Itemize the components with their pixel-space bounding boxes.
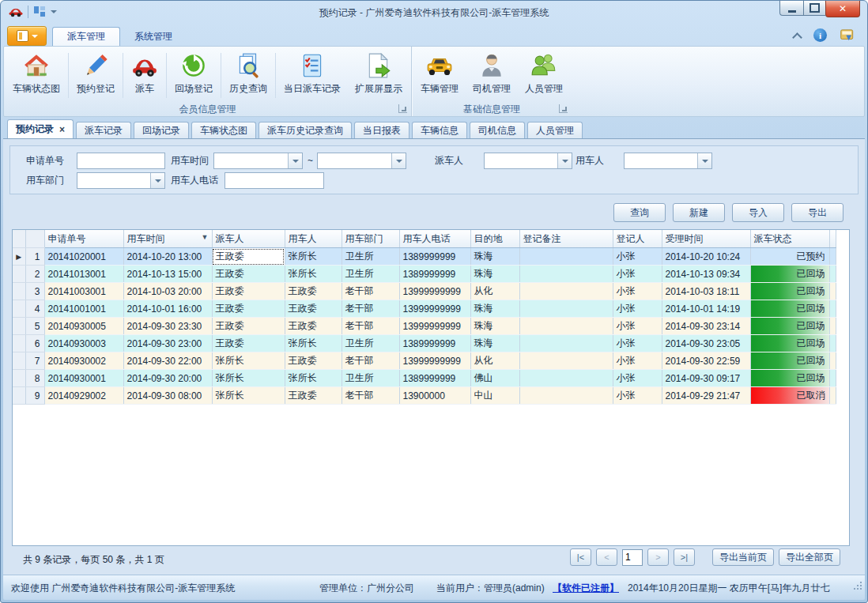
cell-目的地[interactable]: 从化 bbox=[470, 283, 519, 300]
history-query-button[interactable]: 历史查询 bbox=[222, 49, 274, 102]
cell-登记备注[interactable] bbox=[519, 248, 613, 266]
cell-派车状态[interactable]: 已取消 bbox=[750, 387, 829, 405]
cell-用车人[interactable]: 王政委 bbox=[285, 387, 342, 405]
row-indicator-cell[interactable] bbox=[13, 283, 25, 300]
import-button[interactable]: 导入 bbox=[732, 203, 784, 222]
cell-派车人[interactable]: 王政委 bbox=[212, 335, 285, 352]
query-button[interactable]: 查询 bbox=[613, 203, 666, 222]
about-icon[interactable] bbox=[840, 28, 855, 42]
cell-用车人[interactable]: 张所长 bbox=[285, 248, 342, 266]
cell-派车人[interactable]: 王政委 bbox=[212, 318, 285, 335]
cell-登记人[interactable]: 小张 bbox=[613, 318, 662, 335]
cell-申请单号[interactable]: 20140929002 bbox=[44, 387, 123, 405]
cell-用车人[interactable]: 王政委 bbox=[285, 300, 342, 318]
cell-申请单号[interactable]: 20140930002 bbox=[44, 352, 123, 370]
export-button[interactable]: 导出 bbox=[791, 203, 843, 222]
cell-派车状态[interactable]: 已回场 bbox=[750, 283, 829, 300]
use-time-from-combo[interactable] bbox=[213, 153, 303, 169]
cell-用车时间[interactable]: 2014-10-01 16:00 bbox=[123, 300, 212, 318]
cell-用车人电话[interactable]: 13999999999 bbox=[399, 283, 470, 300]
return-register-button[interactable]: 回场登记 bbox=[168, 49, 220, 102]
cell-用车时间[interactable]: 2014-09-30 23:30 bbox=[123, 318, 212, 335]
table-row[interactable]: 4201410010012014-10-01 16:00王政委王政委老干部139… bbox=[13, 300, 836, 318]
cell-用车部门[interactable]: 卫生所 bbox=[342, 335, 399, 352]
dispatch-button[interactable]: 派车 bbox=[124, 49, 165, 102]
doc-tab-车辆状态图[interactable]: 车辆状态图 bbox=[191, 122, 256, 138]
cell-用车人[interactable]: 张所长 bbox=[285, 370, 342, 387]
cell-用车部门[interactable]: 老干部 bbox=[342, 352, 399, 370]
cell-用车人电话[interactable]: 1389999999 bbox=[399, 335, 470, 352]
dispatcher-combo[interactable] bbox=[484, 153, 572, 169]
cell-登记备注[interactable] bbox=[519, 352, 613, 370]
column-header-派车人[interactable]: 派车人 bbox=[212, 230, 285, 248]
row-indicator-cell[interactable] bbox=[13, 387, 25, 405]
doc-tab-预约记录[interactable]: 预约记录× bbox=[7, 119, 74, 138]
table-row[interactable]: 2201410130012014-10-13 15:00王政委张所长卫生所138… bbox=[13, 266, 836, 283]
table-row[interactable]: 8201409300012014-09-30 20:00张所长张所长卫生所138… bbox=[13, 370, 836, 387]
extended-screen-button[interactable]: 扩展屏显示 bbox=[348, 49, 409, 102]
driver-manage-button[interactable]: 司机管理 bbox=[466, 49, 518, 102]
table-row[interactable]: 5201409300052014-09-30 23:30王政委王政委老干部139… bbox=[13, 318, 836, 335]
cell-申请单号[interactable]: 20141003001 bbox=[44, 283, 123, 300]
cell-登记备注[interactable] bbox=[519, 300, 613, 318]
doc-tab-人员管理[interactable]: 人员管理 bbox=[527, 122, 583, 138]
current-row-indicator[interactable]: ▶ bbox=[13, 248, 25, 266]
column-header-用车人[interactable]: 用车人 bbox=[285, 230, 342, 248]
cell-用车时间[interactable]: 2014-10-03 20:00 bbox=[123, 283, 212, 300]
reservation-register-button[interactable]: 预约登记 bbox=[70, 49, 122, 102]
table-row[interactable]: ▶1201410200012014-10-20 13:00王政委张所长卫生所13… bbox=[13, 248, 836, 266]
column-header-申请单号[interactable]: 申请单号 bbox=[44, 230, 123, 248]
cell-用车人电话[interactable]: 1389999999 bbox=[399, 248, 470, 266]
cell-用车时间[interactable]: 2014-09-30 20:00 bbox=[123, 370, 212, 387]
cell-派车状态[interactable]: 已回场 bbox=[750, 266, 829, 283]
first-page-button[interactable]: |< bbox=[570, 548, 591, 566]
column-header-登记备注[interactable]: 登记备注 bbox=[519, 230, 613, 248]
row-indicator-cell[interactable] bbox=[13, 318, 25, 335]
cell-派车状态[interactable]: 已回场 bbox=[750, 352, 829, 370]
export-current-page-button[interactable]: 导出当前页 bbox=[712, 548, 774, 566]
cell-用车部门[interactable]: 老干部 bbox=[342, 318, 399, 335]
today-dispatch-records-button[interactable]: 当日派车记录 bbox=[277, 49, 348, 102]
close-tab-icon[interactable]: × bbox=[59, 126, 65, 134]
cell-用车时间[interactable]: 2014-09-30 08:00 bbox=[123, 387, 212, 405]
cell-用车人[interactable]: 王政委 bbox=[285, 318, 342, 335]
table-row[interactable]: 7201409300022014-09-30 22:00张所长王政委老干部139… bbox=[13, 352, 836, 370]
cell-派车人[interactable]: 王政委 bbox=[212, 248, 285, 266]
cell-登记人[interactable]: 小张 bbox=[613, 387, 662, 405]
cell-用车人电话[interactable]: 13900000 bbox=[399, 387, 470, 405]
vehicle-status-map-button[interactable]: 车辆状态图 bbox=[6, 49, 67, 102]
cell-申请单号[interactable]: 20140930005 bbox=[44, 318, 123, 335]
cell-用车时间[interactable]: 2014-09-30 22:00 bbox=[123, 352, 212, 370]
doc-tab-派车历史记录查询[interactable]: 派车历史记录查询 bbox=[259, 122, 352, 138]
cell-申请单号[interactable]: 20140930003 bbox=[44, 335, 123, 352]
cell-派车人[interactable]: 张所长 bbox=[212, 370, 285, 387]
cell-受理时间[interactable]: 2014-10-03 18:11 bbox=[662, 283, 750, 300]
dialog-launcher-icon[interactable] bbox=[398, 104, 407, 113]
doc-tab-派车记录[interactable]: 派车记录 bbox=[76, 122, 131, 138]
cell-用车时间[interactable]: 2014-10-13 15:00 bbox=[123, 266, 212, 283]
cell-用车人电话[interactable]: 13999999999 bbox=[399, 318, 470, 335]
doc-tab-回场记录[interactable]: 回场记录 bbox=[134, 122, 189, 138]
cell-登记人[interactable]: 小张 bbox=[613, 266, 662, 283]
cell-目的地[interactable]: 珠海 bbox=[470, 300, 519, 318]
cell-用车时间[interactable]: 2014-10-20 13:00 bbox=[123, 248, 212, 266]
cell-受理时间[interactable]: 2014-09-30 23:05 bbox=[662, 335, 750, 352]
resize-grip[interactable] bbox=[854, 582, 862, 590]
cell-用车部门[interactable]: 卫生所 bbox=[342, 248, 399, 266]
cell-受理时间[interactable]: 2014-10-01 14:19 bbox=[662, 300, 750, 318]
cell-登记人[interactable]: 小张 bbox=[613, 335, 662, 352]
cell-目的地[interactable]: 珠海 bbox=[470, 266, 519, 283]
cell-派车人[interactable]: 张所长 bbox=[212, 352, 285, 370]
next-page-button[interactable]: > bbox=[647, 548, 669, 566]
cell-登记人[interactable]: 小张 bbox=[613, 352, 662, 370]
cell-目的地[interactable]: 珠海 bbox=[470, 318, 519, 335]
cell-用车人电话[interactable]: 13999999999 bbox=[399, 352, 470, 370]
cell-用车时间[interactable]: 2014-09-30 23:00 bbox=[123, 335, 212, 352]
cell-登记人[interactable]: 小张 bbox=[613, 300, 662, 318]
cell-用车人[interactable]: 张所长 bbox=[285, 266, 342, 283]
vehicle-manage-button[interactable]: 车辆管理 bbox=[413, 49, 466, 102]
cell-登记备注[interactable] bbox=[519, 370, 613, 387]
cell-目的地[interactable]: 珠海 bbox=[470, 335, 519, 352]
doc-tab-车辆信息[interactable]: 车辆信息 bbox=[412, 122, 467, 138]
column-header-目的地[interactable]: 目的地 bbox=[470, 230, 519, 248]
